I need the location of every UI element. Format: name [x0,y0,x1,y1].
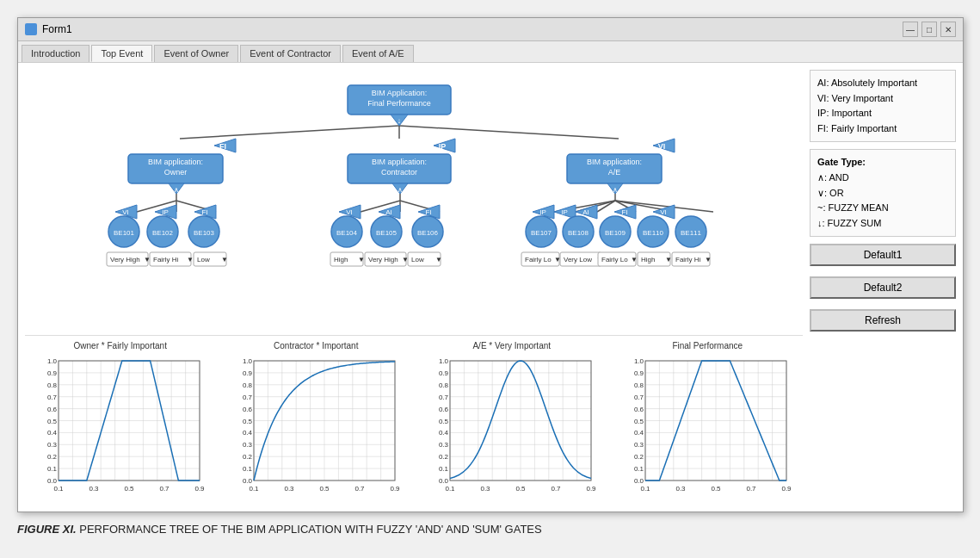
legend-item-vi: VI: Very Important [817,91,948,107]
title-bar: Form1 — □ ✕ [18,18,963,41]
legend-item-ai: AI: Absolutely Important [817,76,948,91]
svg-text:BIM application:: BIM application: [372,158,427,166]
svg-text:Owner: Owner [164,168,188,177]
tab-event-of-contractor[interactable]: Event of Contractor [240,45,341,62]
svg-text:BE101: BE101 [114,229,135,237]
gate-box: Gate Type: ∧: AND ∨: OR ~: FUZZY MEAN ↓:… [810,149,956,237]
svg-text:BE104: BE104 [336,229,358,237]
chart-owner: Owner * Fairly Important [25,341,216,505]
figure-caption: FIGURE XI. PERFORMANCE TREE OF THE BIM A… [17,523,963,536]
svg-text:↓: ↓ [398,116,402,125]
close-button[interactable]: ✕ [940,22,956,37]
svg-text:BIM application:: BIM application: [587,158,642,166]
svg-text:VI: VI [122,208,129,216]
charts-area: Owner * Fairly Important Contractor * Im… [25,335,803,505]
chart-contractor-title: Contractor * Important [274,341,358,350]
tab-event-of-ae[interactable]: Event of A/E [342,45,414,62]
svg-text:Very Low: Very Low [564,256,592,264]
svg-text:AI: AI [385,208,392,216]
legend-item-fi: FI: Fairly Important [817,121,948,137]
svg-text:Fairly Lo: Fairly Lo [601,256,628,264]
svg-text:▼: ▼ [187,256,194,264]
main-layout: FI IP VI BIM Application: Final Performa… [25,70,956,505]
svg-text:VI: VI [660,208,667,216]
figure-label: FIGURE XI. [17,523,77,536]
default2-button[interactable]: Default2 [810,276,956,299]
chart-ae: A/E * Very Important [416,341,607,505]
tab-event-of-owner[interactable]: Event of Owner [154,45,238,62]
svg-text:FI: FI [201,208,207,216]
svg-text:BE103: BE103 [194,229,215,237]
svg-text:Very High: Very High [110,256,140,264]
tab-top-event[interactable]: Top Event [91,45,152,62]
minimize-button[interactable]: — [903,22,918,37]
legend-box: AI: Absolutely Important VI: Very Import… [810,70,956,142]
chart-final-title: Final Performance [672,341,743,350]
svg-text:Fairly Lo: Fairly Lo [525,256,552,264]
svg-text:AI: AI [582,208,589,216]
svg-text:FI: FI [425,208,431,216]
svg-text:BIM application:: BIM application: [148,158,203,166]
svg-text:High: High [641,256,655,264]
window-title: Form1 [42,23,72,35]
tab-introduction[interactable]: Introduction [22,45,89,62]
svg-text:BE106: BE106 [417,229,439,237]
svg-text:FI: FI [219,142,226,151]
svg-text:Fairly Hi: Fairly Hi [675,256,701,264]
svg-text:Fairly Hi: Fairly Hi [153,256,179,264]
tab-bar: Introduction Top Event Event of Owner Ev… [18,41,963,63]
svg-text:▼: ▼ [221,256,228,264]
tree-area: FI IP VI BIM Application: Final Performa… [25,70,803,505]
default1-button[interactable]: Default1 [810,244,956,266]
svg-text:Contractor: Contractor [381,168,417,177]
window-icon [25,23,37,35]
svg-text:BE107: BE107 [531,229,552,237]
svg-text:High: High [334,256,348,264]
fault-tree-svg: FI IP VI BIM Application: Final Performa… [25,70,774,328]
svg-text:Final Performance: Final Performance [367,99,431,108]
svg-text:▼: ▼ [705,256,712,264]
svg-text:BIM Application:: BIM Application: [372,89,428,97]
svg-text:▼: ▼ [435,256,442,264]
main-window: Form1 — □ ✕ Introduction Top Event Event… [17,17,964,512]
figure-text: PERFORMANCE TREE OF THE BIM APPLICATION … [79,523,541,536]
svg-text:IP: IP [539,208,546,216]
svg-text:BE105: BE105 [376,229,398,237]
chart-contractor-canvas [230,354,402,505]
gate-type-title: Gate Type: [817,155,948,170]
svg-text:BE102: BE102 [152,229,174,237]
maximize-button[interactable]: □ [921,22,937,37]
svg-text:BE110: BE110 [643,229,664,237]
gate-fuzzy-sum: ↓: FUZZY SUM [817,216,948,232]
svg-line-3 [399,126,619,139]
title-bar-left: Form1 [25,23,72,35]
chart-ae-canvas [426,354,598,505]
chart-ae-title: A/E * Very Important [472,341,551,350]
svg-text:IP: IP [439,142,447,151]
content-area: FI IP VI BIM Application: Final Performa… [18,63,963,512]
svg-text:▼: ▼ [358,256,365,264]
refresh-button[interactable]: Refresh [810,309,956,332]
gate-fuzzy-mean: ~: FUZZY MEAN [817,201,948,216]
svg-text:IP: IP [561,208,568,216]
chart-owner-title: Owner * Fairly Important [74,341,167,350]
svg-text:BE108: BE108 [568,229,589,237]
svg-text:Low: Low [197,256,210,264]
gate-or: ∨: OR [817,186,948,202]
svg-text:VI: VI [658,142,666,151]
svg-line-1 [180,126,399,139]
svg-text:▼: ▼ [665,256,672,264]
svg-text:Low: Low [411,256,424,264]
legend-item-ip: IP: Important [817,106,948,121]
svg-text:∧: ∧ [398,186,403,194]
chart-contractor: Contractor * Important [221,341,412,505]
svg-text:A/E: A/E [608,168,621,177]
chart-final: Final Performance [613,341,804,505]
svg-text:IP: IP [162,208,169,216]
right-panel: AI: Absolutely Important VI: Very Import… [810,70,956,505]
svg-text:∧: ∧ [174,186,179,194]
chart-final-canvas [621,354,793,505]
svg-text:VI: VI [346,208,353,216]
svg-text:▼: ▼ [631,256,638,264]
svg-text:∧: ∧ [613,186,618,194]
